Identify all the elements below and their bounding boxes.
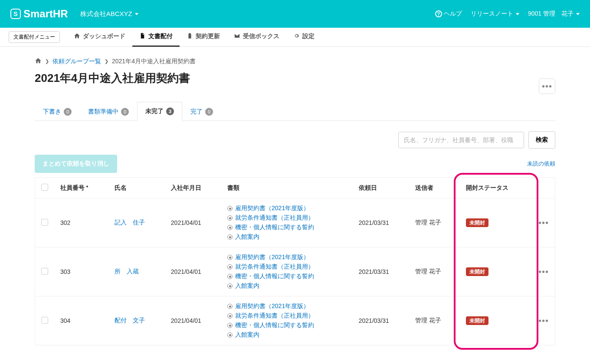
nav-tab-home[interactable]: ダッシュボード — [67, 28, 132, 47]
document-item: 入館案内 — [227, 282, 347, 290]
nav-tab-label: 契約更新 — [196, 32, 220, 40]
document-item: 雇用契約書（2021年度版） — [227, 205, 347, 212]
col-employee-no[interactable]: 社員番号 — [54, 178, 108, 198]
status-tab-count: 0 — [64, 108, 72, 116]
status-tab[interactable]: 書類準備中0 — [80, 102, 137, 121]
document-link[interactable]: 雇用契約書（2021年度版） — [235, 254, 309, 261]
release-notes-label: リリースノート — [471, 10, 513, 18]
nav-tab-gear[interactable]: 設定 — [286, 28, 321, 47]
col-documents[interactable]: 書類 — [221, 178, 353, 198]
content-area: ❯ 依頼グループ一覧 ❯ 2021年4月中途入社雇用契約書 2021年4月中途入… — [17, 47, 573, 364]
col-join-date[interactable]: 入社年月日 — [165, 178, 221, 198]
table-row: 303所 入蔵2021/04/01雇用契約書（2021年度版）就労条件通知書（正… — [35, 247, 555, 296]
status-badge: 未開封 — [466, 218, 488, 227]
employee-name-link[interactable]: 所 入蔵 — [115, 268, 139, 275]
document-link[interactable]: 入館案内 — [235, 233, 259, 241]
nav-tab-mail[interactable]: 受信ボックス — [227, 28, 286, 47]
chevron-down-icon — [135, 13, 138, 15]
status-tab-label: 完了 — [190, 108, 203, 116]
select-all-checkbox[interactable] — [41, 184, 48, 191]
cell-request-date: 2021/03/31 — [353, 296, 409, 345]
status-tab-label: 下書き — [43, 108, 61, 116]
page-title: 2021年4月中途入社雇用契約書 — [35, 71, 190, 86]
nav-tab-label: 設定 — [302, 32, 315, 40]
status-tab[interactable]: 下書き0 — [35, 102, 80, 121]
bullet-icon — [227, 255, 233, 260]
document-link[interactable]: 機密・個人情報に関する誓約 — [235, 224, 314, 231]
bullet-icon — [227, 234, 233, 240]
user-menu[interactable]: 9001 管理 花子 — [528, 10, 580, 18]
document-item: 入館案内 — [227, 331, 347, 339]
document-link[interactable]: 雇用契約書（2021年度版） — [235, 205, 309, 212]
row-checkbox[interactable] — [41, 219, 48, 226]
doc-menu-button[interactable]: 文書配付メニュー — [9, 31, 60, 43]
release-notes-link[interactable]: リリースノート — [471, 10, 519, 18]
company-selector[interactable]: 株式会社ABCXYZ — [80, 10, 138, 18]
search-button[interactable]: 検索 — [528, 131, 555, 149]
status-badge: 未開封 — [466, 316, 488, 325]
table-row: 304配付 文子2021/04/01雇用契約書（2021年度版）就労条件通知書（… — [35, 296, 555, 345]
help-link[interactable]: ? ヘルプ — [435, 10, 462, 18]
row-checkbox[interactable] — [41, 268, 48, 275]
employee-name-link[interactable]: 記入 住子 — [115, 219, 145, 226]
nav-tab-label: 文書配付 — [148, 32, 173, 40]
chevron-down-icon — [516, 13, 519, 15]
row-more-button[interactable]: ••• — [538, 316, 549, 325]
unread-requests-link[interactable]: 未読の依頼 — [527, 160, 555, 168]
top-right-menu: ? ヘルプ リリースノート 9001 管理 花子 — [435, 10, 580, 18]
row-checkbox[interactable] — [41, 317, 48, 324]
file-icon — [139, 32, 146, 40]
cell-join-date: 2021/04/01 — [165, 247, 221, 296]
status-badge: 未開封 — [466, 267, 488, 276]
document-link[interactable]: 就労条件通知書（正社員用） — [235, 312, 314, 320]
product-logo[interactable]: S SmartHR — [10, 8, 68, 20]
help-label: ヘルプ — [444, 10, 462, 18]
status-tab-count: 0 — [205, 108, 213, 116]
document-link[interactable]: 就労条件通知書（正社員用） — [235, 214, 314, 222]
cell-sender: 管理 花子 — [409, 296, 460, 345]
status-tab[interactable]: 未完了3 — [137, 102, 182, 121]
document-link[interactable]: 就労条件通知書（正社員用） — [235, 263, 314, 271]
document-item: 機密・個人情報に関する誓約 — [227, 224, 347, 231]
bullet-icon — [227, 264, 233, 270]
nav-tab-label: ダッシュボード — [83, 32, 125, 40]
company-name: 株式会社ABCXYZ — [80, 10, 132, 18]
cell-join-date: 2021/04/01 — [165, 296, 221, 345]
breadcrumb: ❯ 依頼グループ一覧 ❯ 2021年4月中途入社雇用契約書 — [35, 57, 555, 65]
document-link[interactable]: 雇用契約書（2021年度版） — [235, 302, 309, 310]
page-more-button[interactable]: ••• — [539, 78, 555, 94]
home-icon[interactable] — [35, 57, 42, 65]
document-link[interactable]: 機密・個人情報に関する誓約 — [235, 322, 314, 329]
nav-tab-label: 受信ボックス — [243, 32, 279, 40]
logo-badge-icon: S — [10, 9, 21, 19]
document-item: 機密・個人情報に関する誓約 — [227, 322, 347, 329]
document-link[interactable]: 入館案内 — [235, 282, 259, 290]
chevron-down-icon — [576, 13, 580, 15]
bullet-icon — [227, 332, 233, 338]
col-request-date[interactable]: 依頼日 — [353, 178, 409, 198]
cell-employee-no: 302 — [54, 198, 108, 247]
breadcrumb-group-link[interactable]: 依頼グループ一覧 — [52, 58, 101, 65]
row-more-button[interactable]: ••• — [538, 267, 549, 276]
top-bar: S SmartHR 株式会社ABCXYZ ? ヘルプ リリースノート 9001 … — [0, 0, 590, 28]
row-more-button[interactable]: ••• — [538, 218, 549, 228]
cell-sender: 管理 花子 — [409, 198, 460, 247]
nav-tab-file[interactable]: 文書配付 — [132, 28, 180, 47]
requests-table: 社員番号 氏名 入社年月日 書類 依頼日 送信者 開封ステータス 302記入 住… — [35, 177, 555, 345]
bulk-cancel-button[interactable]: まとめて依頼を取り消し — [35, 155, 117, 173]
status-tab[interactable]: 完了0 — [182, 102, 221, 121]
nav-tab-clipboard[interactable]: 契約更新 — [180, 28, 227, 47]
col-name[interactable]: 氏名 — [108, 178, 165, 198]
document-link[interactable]: 機密・個人情報に関する誓約 — [235, 273, 314, 280]
employee-name-link[interactable]: 配付 文子 — [115, 317, 145, 324]
document-item: 就労条件通知書（正社員用） — [227, 263, 347, 271]
bullet-icon — [227, 206, 233, 211]
status-tab-count: 3 — [166, 107, 174, 115]
search-input[interactable] — [398, 132, 524, 148]
bullet-icon — [227, 215, 233, 221]
col-open-status[interactable]: 開封ステータス — [460, 178, 532, 198]
cell-employee-no: 303 — [54, 247, 108, 296]
document-item: 入館案内 — [227, 233, 347, 241]
document-link[interactable]: 入館案内 — [235, 331, 259, 339]
col-sender[interactable]: 送信者 — [409, 178, 460, 198]
